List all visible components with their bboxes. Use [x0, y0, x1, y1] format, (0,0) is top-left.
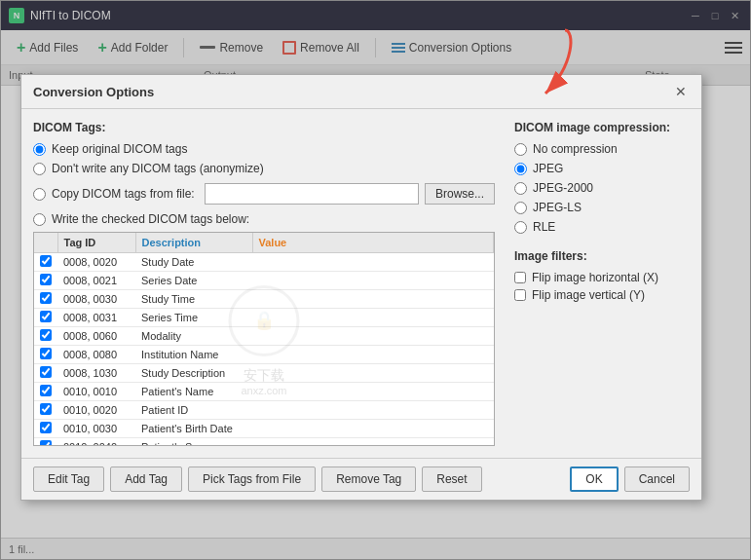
row-checkbox[interactable]: [40, 440, 52, 446]
flip-horizontal-checkbox[interactable]: Flip image horizontal (X): [514, 271, 690, 284]
row-description: Institution Name: [135, 346, 252, 364]
row-tag-id: 0008, 0030: [57, 290, 135, 309]
row-check-cell[interactable]: [34, 346, 57, 364]
row-check-cell[interactable]: [34, 290, 57, 309]
table-row: 0008, 0080 Institution Name: [34, 346, 494, 364]
compression-radio-item[interactable]: RLE: [514, 220, 690, 234]
compression-radio-item[interactable]: JPEG-2000: [514, 181, 690, 195]
row-tag-id: 0010, 0030: [57, 420, 135, 438]
filter-section: Image filters: Flip image horizontal (X)…: [514, 249, 690, 302]
row-checkbox[interactable]: [40, 422, 52, 433]
row-tag-id: 0008, 0060: [57, 327, 135, 346]
row-description: Series Date: [135, 272, 252, 290]
edit-tag-button[interactable]: Edit Tag: [33, 467, 104, 492]
row-check-cell[interactable]: [34, 401, 57, 420]
conversion-options-dialog: Conversion Options ✕ DICOM Tags: Keep or…: [20, 74, 702, 501]
copy-from-file-input[interactable]: [205, 183, 419, 205]
table-row: 0008, 0021 Series Date: [34, 272, 494, 290]
row-checkbox[interactable]: [40, 274, 52, 285]
row-description: Patient ID: [135, 401, 252, 420]
table-row: 0008, 0031 Series Time: [34, 309, 494, 327]
add-tag-button[interactable]: Add Tag: [110, 467, 182, 492]
col-value-header: Value: [252, 233, 494, 253]
row-description: Study Date: [135, 253, 252, 272]
flip-vertical-input[interactable]: [514, 289, 526, 301]
row-check-cell[interactable]: [34, 438, 57, 447]
row-tag-id: 0008, 0021: [57, 272, 135, 290]
row-checkbox[interactable]: [40, 348, 52, 359]
filter-title: Image filters:: [514, 249, 690, 263]
cancel-button[interactable]: Cancel: [624, 467, 690, 492]
row-description: Series Time: [135, 309, 252, 327]
tag-table: Tag ID Description Value 0008, 0020 Stud…: [34, 233, 494, 446]
tag-table-container[interactable]: Tag ID Description Value 0008, 0020 Stud…: [33, 232, 495, 446]
pick-tags-from-file-button[interactable]: Pick Tags from File: [188, 467, 316, 492]
compression-radio-item[interactable]: JPEG: [514, 162, 690, 175]
row-value: [252, 309, 494, 327]
row-checkbox[interactable]: [40, 403, 52, 415]
compression-radio-item[interactable]: JPEG-LS: [514, 201, 690, 214]
reset-button[interactable]: Reset: [422, 467, 481, 492]
ok-button[interactable]: OK: [570, 467, 618, 492]
row-description: Patient's Birth Date: [135, 420, 252, 438]
row-tag-id: 0010, 0040: [57, 438, 135, 447]
row-checkbox[interactable]: [40, 366, 52, 378]
row-check-cell[interactable]: [34, 364, 57, 383]
row-value: [252, 383, 494, 401]
table-row: 0008, 0060 Modality: [34, 327, 494, 346]
row-check-cell[interactable]: [34, 327, 57, 346]
dialog-close-button[interactable]: ✕: [672, 83, 690, 100]
main-window: N NIfTI to DICOM ─ □ ✕ + Add Files + Add…: [0, 0, 751, 560]
radio-keep-original[interactable]: Keep original DICOM tags: [33, 142, 495, 156]
copy-from-file-row: Copy DICOM tags from file: Browse...: [33, 183, 495, 205]
radio-copy-from-file[interactable]: Copy DICOM tags from file:: [33, 187, 195, 201]
col-desc-header: Description: [135, 233, 252, 253]
compression-radio-input[interactable]: [514, 163, 527, 175]
flip-horizontal-input[interactable]: [514, 272, 526, 283]
compression-radio-input[interactable]: [514, 143, 527, 156]
row-description: Patient's Name: [135, 383, 252, 401]
dialog-right: DICOM image compression: No compressionJ…: [514, 121, 690, 446]
col-check-header: [34, 233, 57, 253]
radio-dont-write[interactable]: Don't write any DICOM tags (anonymize): [33, 162, 495, 175]
row-tag-id: 0008, 1030: [57, 364, 135, 383]
row-checkbox[interactable]: [40, 311, 52, 322]
row-value: [252, 253, 494, 272]
browse-button[interactable]: Browse...: [425, 183, 495, 205]
row-checkbox[interactable]: [40, 255, 52, 267]
row-value: [252, 438, 494, 447]
row-tag-id: 0008, 0020: [57, 253, 135, 272]
table-row: 0008, 0030 Study Time: [34, 290, 494, 309]
radio-dont-write-input[interactable]: [33, 163, 46, 175]
compression-radio-group: No compressionJPEGJPEG-2000JPEG-LSRLE: [514, 142, 690, 234]
row-tag-id: 0010, 0020: [57, 401, 135, 420]
row-checkbox[interactable]: [40, 385, 52, 396]
row-checkbox[interactable]: [40, 292, 52, 304]
row-check-cell[interactable]: [34, 272, 57, 290]
row-value: [252, 401, 494, 420]
compression-radio-item[interactable]: No compression: [514, 142, 690, 156]
row-value: [252, 272, 494, 290]
compression-radio-input[interactable]: [514, 221, 527, 234]
bottom-spacer: [488, 467, 565, 492]
row-check-cell[interactable]: [34, 309, 57, 327]
dialog-left: DICOM Tags: Keep original DICOM tags Don…: [33, 121, 495, 446]
row-description: Study Description: [135, 364, 252, 383]
row-checkbox[interactable]: [40, 329, 52, 341]
remove-tag-button[interactable]: Remove Tag: [321, 467, 416, 492]
dialog-title: Conversion Options: [33, 85, 154, 99]
row-check-cell[interactable]: [34, 383, 57, 401]
dialog-title-bar: Conversion Options ✕: [21, 75, 701, 109]
compression-radio-input[interactable]: [514, 202, 527, 214]
radio-keep-original-input[interactable]: [33, 143, 46, 156]
radio-write-checked-input[interactable]: [33, 213, 46, 226]
compression-radio-input[interactable]: [514, 182, 527, 195]
row-value: [252, 290, 494, 309]
row-check-cell[interactable]: [34, 420, 57, 438]
row-tag-id: 0008, 0031: [57, 309, 135, 327]
flip-vertical-checkbox[interactable]: Flip image vertical (Y): [514, 288, 690, 302]
row-value: [252, 364, 494, 383]
col-tag-id-header: Tag ID: [57, 233, 135, 253]
row-check-cell[interactable]: [34, 253, 57, 272]
radio-copy-from-file-input[interactable]: [33, 188, 46, 201]
